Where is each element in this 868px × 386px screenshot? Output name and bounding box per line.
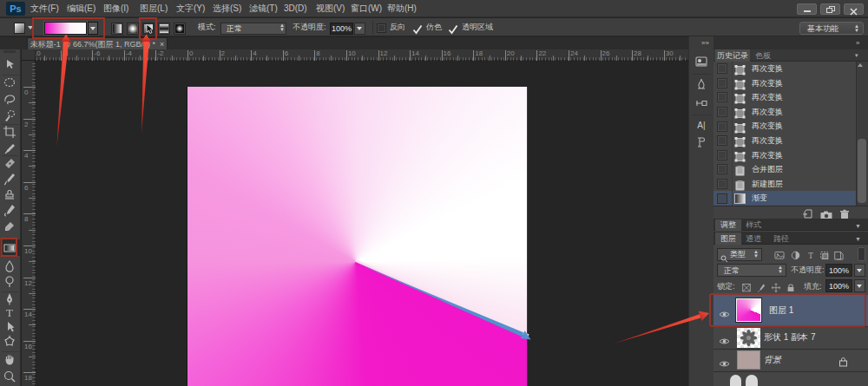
svg-text:T: T	[808, 252, 813, 260]
svg-text:T: T	[6, 306, 13, 319]
svg-text:A|: A|	[697, 121, 705, 130]
